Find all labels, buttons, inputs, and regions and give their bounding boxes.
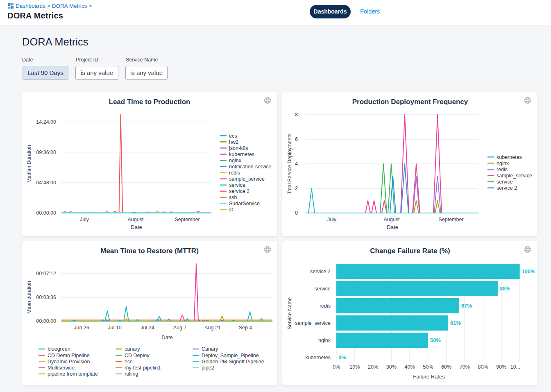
svg-text:00:00:00: 00:00:00 bbox=[36, 210, 56, 216]
svg-text:August: August bbox=[128, 217, 144, 222]
svg-text:pipeline from template: pipeline from template bbox=[48, 371, 98, 377]
svg-text:July: July bbox=[80, 217, 89, 222]
svg-text:30%: 30% bbox=[386, 364, 397, 370]
svg-text:service 2: service 2 bbox=[497, 185, 517, 191]
svg-text:September: September bbox=[438, 217, 463, 222]
svg-text:nginx: nginx bbox=[318, 338, 331, 343]
svg-text:50%: 50% bbox=[430, 337, 441, 343]
svg-text:Multiservice: Multiservice bbox=[48, 365, 75, 371]
svg-text:August: August bbox=[384, 217, 400, 222]
svg-text:Median Duration: Median Duration bbox=[26, 145, 32, 183]
svg-text:40%: 40% bbox=[405, 364, 415, 370]
svg-text:0%: 0% bbox=[333, 364, 340, 370]
svg-text:8: 8 bbox=[295, 112, 298, 118]
svg-text:Dynamic Provision: Dynamic Provision bbox=[48, 359, 90, 365]
svg-text:Jul 24: Jul 24 bbox=[141, 325, 154, 331]
svg-text:Aug 21: Aug 21 bbox=[204, 325, 221, 331]
svg-text:ecs: ecs bbox=[229, 133, 237, 139]
svg-text:20%: 20% bbox=[368, 364, 378, 370]
svg-text:pipe2: pipe2 bbox=[202, 365, 214, 371]
svg-text:4: 4 bbox=[295, 161, 298, 167]
svg-text:04:48:00: 04:48:00 bbox=[36, 180, 56, 186]
svg-text:00:03:36: 00:03:36 bbox=[36, 295, 56, 300]
svg-text:6: 6 bbox=[295, 136, 298, 142]
svg-text:∅: ∅ bbox=[229, 207, 234, 213]
svg-text:September: September bbox=[175, 217, 200, 222]
svg-text:90%: 90% bbox=[496, 364, 506, 370]
svg-text:notification-service: notification-service bbox=[229, 164, 272, 170]
svg-text:redis: redis bbox=[229, 170, 240, 176]
svg-text:ecs: ecs bbox=[125, 359, 132, 365]
svg-text:hw2: hw2 bbox=[229, 139, 238, 145]
svg-text:10%: 10% bbox=[349, 364, 360, 370]
svg-text:Aug 7: Aug 7 bbox=[173, 325, 187, 331]
svg-text:Failure Rates: Failure Rates bbox=[413, 374, 445, 380]
svg-text:61%: 61% bbox=[450, 320, 461, 326]
svg-text:70%: 70% bbox=[460, 364, 470, 370]
svg-text:Change Failure Rate (%): Change Failure Rate (%) bbox=[370, 247, 450, 255]
svg-text:service 2: service 2 bbox=[310, 269, 331, 274]
svg-text:0%: 0% bbox=[338, 354, 346, 360]
svg-text:Date: Date bbox=[131, 224, 142, 230]
svg-text:ssh: ssh bbox=[229, 195, 237, 200]
svg-text:kubernetes: kubernetes bbox=[305, 355, 331, 360]
svg-text:88%: 88% bbox=[500, 286, 510, 292]
svg-text:service: service bbox=[497, 179, 513, 185]
svg-text:canary: canary bbox=[125, 346, 140, 352]
svg-text:0: 0 bbox=[295, 210, 298, 216]
svg-text:SudarService: SudarService bbox=[229, 201, 260, 206]
svg-text:bluegreen: bluegreen bbox=[48, 346, 70, 352]
svg-text:Date: Date bbox=[387, 224, 398, 230]
svg-text:Canary: Canary bbox=[202, 346, 218, 352]
svg-text:service: service bbox=[229, 182, 245, 188]
svg-text:sample_service: sample_service bbox=[229, 176, 265, 182]
svg-text:kubernetes: kubernetes bbox=[497, 154, 522, 160]
svg-text:Golden PM Signoff Pipeline: Golden PM Signoff Pipeline bbox=[202, 359, 264, 365]
svg-text:service 2: service 2 bbox=[229, 188, 249, 194]
svg-text:14:24:00: 14:24:00 bbox=[36, 119, 56, 125]
svg-text:service: service bbox=[314, 286, 331, 292]
svg-text:json-k8s: json-k8s bbox=[229, 145, 248, 151]
svg-text:sample_service: sample_service bbox=[295, 320, 331, 326]
svg-text:redis: redis bbox=[320, 303, 331, 309]
svg-text:Mean duration: Mean duration bbox=[26, 281, 32, 314]
svg-text:10...: 10... bbox=[510, 364, 520, 370]
svg-text:rolling: rolling bbox=[125, 371, 138, 377]
svg-text:Jul 10: Jul 10 bbox=[108, 325, 121, 331]
svg-text:Lead Time to Production: Lead Time to Production bbox=[109, 98, 190, 106]
svg-text:50%: 50% bbox=[423, 364, 433, 370]
svg-text:kubernetes: kubernetes bbox=[229, 152, 254, 157]
svg-text:80%: 80% bbox=[478, 364, 488, 370]
svg-text:Total Service Deployments: Total Service Deployments bbox=[287, 134, 293, 194]
svg-text:Sep 4: Sep 4 bbox=[239, 325, 252, 331]
svg-text:00:00:00: 00:00:00 bbox=[36, 318, 56, 324]
svg-text:2: 2 bbox=[295, 186, 298, 191]
svg-text:60%: 60% bbox=[441, 364, 451, 370]
svg-text:00:07:12: 00:07:12 bbox=[36, 271, 56, 276]
svg-text:July: July bbox=[327, 217, 337, 222]
svg-text:67%: 67% bbox=[461, 303, 472, 309]
svg-text:nginx: nginx bbox=[229, 158, 242, 163]
svg-text:CD Deploy: CD Deploy bbox=[125, 353, 150, 358]
svg-text:Date: Date bbox=[161, 334, 172, 340]
svg-text:CD Demo Pipeline: CD Demo Pipeline bbox=[48, 353, 90, 358]
svg-text:Mean Time to Restore (MTTR): Mean Time to Restore (MTTR) bbox=[100, 247, 199, 255]
svg-text:09:36:00: 09:36:00 bbox=[36, 150, 56, 155]
svg-text:Service Name: Service Name bbox=[287, 297, 293, 330]
svg-text:sample_service: sample_service bbox=[497, 173, 532, 179]
svg-text:redis: redis bbox=[497, 167, 508, 172]
svg-text:Production Deployment Frequenc: Production Deployment Frequency bbox=[352, 98, 468, 106]
svg-text:100%: 100% bbox=[522, 268, 536, 274]
svg-text:Deploy_Sample_Pipeline: Deploy_Sample_Pipeline bbox=[202, 353, 259, 358]
svg-text:my-test-pipelin1: my-test-pipelin1 bbox=[125, 365, 161, 371]
svg-text:Jun 26: Jun 26 bbox=[74, 325, 89, 331]
svg-text:nginx: nginx bbox=[497, 161, 509, 166]
